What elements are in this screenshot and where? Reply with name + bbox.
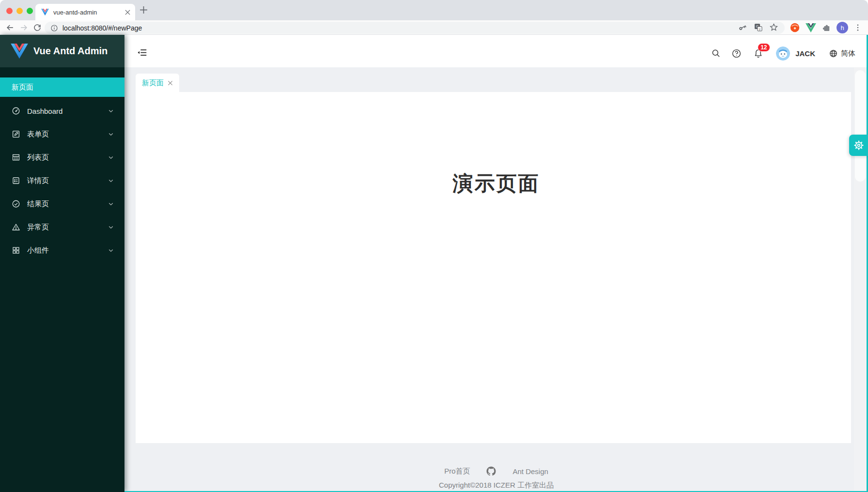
sidebar-menu: Dashboard 表单页 列表页 xyxy=(0,99,124,262)
sidebar-item-label: 小组件 xyxy=(27,246,49,255)
chrome-menu-icon[interactable] xyxy=(853,23,862,32)
sidebar-item-widgets[interactable]: 小组件 xyxy=(0,239,124,262)
extensions-puzzle-icon[interactable] xyxy=(822,23,831,32)
chevron-down-icon xyxy=(108,201,114,207)
site-info-icon[interactable] xyxy=(50,24,58,32)
sidebar-item-forms[interactable]: 表单页 xyxy=(0,123,124,146)
sidebar-item-label: 异常页 xyxy=(27,223,49,232)
url-text: localhost:8080/#/newPage xyxy=(62,24,142,32)
bookmark-star-icon[interactable] xyxy=(769,23,778,32)
forward-button[interactable] xyxy=(18,22,29,33)
password-key-icon[interactable] xyxy=(738,23,747,32)
extension-orange-icon[interactable] xyxy=(790,22,800,33)
new-tab-button[interactable] xyxy=(140,6,148,14)
chevron-down-icon xyxy=(108,108,114,114)
language-switcher[interactable]: 简体 xyxy=(829,49,855,58)
sidebar-item-exceptions[interactable]: 异常页 xyxy=(0,215,124,239)
footer-copyright: Copyright©2018 ICZER 工作室出品 xyxy=(124,481,868,490)
widgets-blocks-icon xyxy=(12,246,20,255)
warning-triangle-icon xyxy=(12,223,20,231)
search-icon[interactable] xyxy=(711,48,721,58)
profile-icon xyxy=(12,176,20,185)
sidebar-item-label: 结果页 xyxy=(27,200,49,209)
vue-devtools-icon[interactable] xyxy=(806,23,816,32)
logo[interactable]: Vue Antd Admin xyxy=(0,35,124,67)
page-title: 演示页面 xyxy=(124,170,868,197)
app-title: Vue Antd Admin xyxy=(33,46,108,57)
sidebar-item-label: 列表页 xyxy=(27,153,49,162)
settings-drawer-button[interactable] xyxy=(849,135,868,156)
page-tab-close-icon[interactable] xyxy=(168,80,173,86)
translate-icon[interactable]: G文 xyxy=(754,23,763,32)
browser-toolbar: localhost:8080/#/newPage G文 h xyxy=(0,20,868,35)
notification-bell-icon[interactable]: 12 xyxy=(753,48,763,59)
chevron-down-icon xyxy=(108,247,114,253)
check-circle-icon xyxy=(12,200,20,208)
browser-tab[interactable]: vue-antd-admin xyxy=(35,4,135,20)
browser-profile-avatar[interactable]: h xyxy=(837,22,848,33)
extension-icons: h xyxy=(790,22,862,33)
footer-link-ant-design[interactable]: Ant Design xyxy=(512,467,548,476)
scrollbar-track[interactable] xyxy=(854,67,867,491)
notification-badge: 12 xyxy=(758,43,770,52)
sidebar-collapse-icon[interactable] xyxy=(137,47,148,58)
browser-tabstrip: vue-antd-admin xyxy=(0,0,868,20)
language-label: 简体 xyxy=(841,49,855,58)
svg-text:文: 文 xyxy=(758,28,761,31)
vue-logo-icon xyxy=(11,44,28,59)
scrollbar-thumb[interactable] xyxy=(855,70,866,182)
github-icon[interactable] xyxy=(486,466,496,476)
favicon-vue-icon xyxy=(41,9,49,15)
maximize-window-button[interactable] xyxy=(27,8,33,14)
app-header: 12 JACK 简体 xyxy=(124,35,868,67)
back-button[interactable] xyxy=(5,22,16,33)
screen: vue-antd-admin localhost:8080/#/newPage xyxy=(0,0,868,492)
url-bar[interactable]: localhost:8080/#/newPage xyxy=(45,22,785,34)
chevron-down-icon xyxy=(108,224,114,230)
header-actions: 12 JACK 简体 xyxy=(711,35,855,67)
chevron-down-icon xyxy=(108,178,114,184)
sidebar-item-label: 表单页 xyxy=(27,130,49,139)
sidebar-item-label: 详情页 xyxy=(27,176,49,185)
form-icon xyxy=(12,130,20,138)
reload-button[interactable] xyxy=(32,22,43,33)
main-area: 新页面 演示页面 Pro首页 Ant Design Copyright©2018… xyxy=(124,67,868,492)
sidebar-item-results[interactable]: 结果页 xyxy=(0,192,124,215)
browser-tab-title: vue-antd-admin xyxy=(53,9,125,16)
user-avatar[interactable] xyxy=(776,46,790,61)
chevron-down-icon xyxy=(108,154,114,160)
sidebar-item-lists[interactable]: 列表页 xyxy=(0,146,124,169)
page-tab-newpage[interactable]: 新页面 xyxy=(136,74,179,92)
dashboard-icon xyxy=(12,107,20,115)
minimize-window-button[interactable] xyxy=(16,8,23,14)
table-icon xyxy=(12,153,20,162)
footer-links: Pro首页 Ant Design xyxy=(124,466,868,476)
page-tab-label: 新页面 xyxy=(142,78,164,88)
help-icon[interactable] xyxy=(731,48,742,59)
close-window-button[interactable] xyxy=(6,8,13,14)
window-controls xyxy=(6,8,33,14)
sidebar: Vue Antd Admin 新页面 Dashboard 表单页 xyxy=(0,35,124,492)
username-label[interactable]: JACK xyxy=(795,49,815,58)
globe-icon xyxy=(829,49,838,58)
tab-close-icon[interactable] xyxy=(125,10,130,15)
sidebar-item-label: Dashboard xyxy=(27,107,62,115)
content-card xyxy=(136,92,851,443)
footer-link-pro-home[interactable]: Pro首页 xyxy=(444,467,470,476)
chevron-down-icon xyxy=(108,131,114,137)
sidebar-item-details[interactable]: 详情页 xyxy=(0,169,124,192)
gear-icon xyxy=(853,139,865,151)
sidebar-item-newpage-selected[interactable]: 新页面 xyxy=(0,77,124,97)
omnibox-icons: G文 xyxy=(738,23,778,32)
sidebar-item-dashboard[interactable]: Dashboard xyxy=(0,99,124,123)
